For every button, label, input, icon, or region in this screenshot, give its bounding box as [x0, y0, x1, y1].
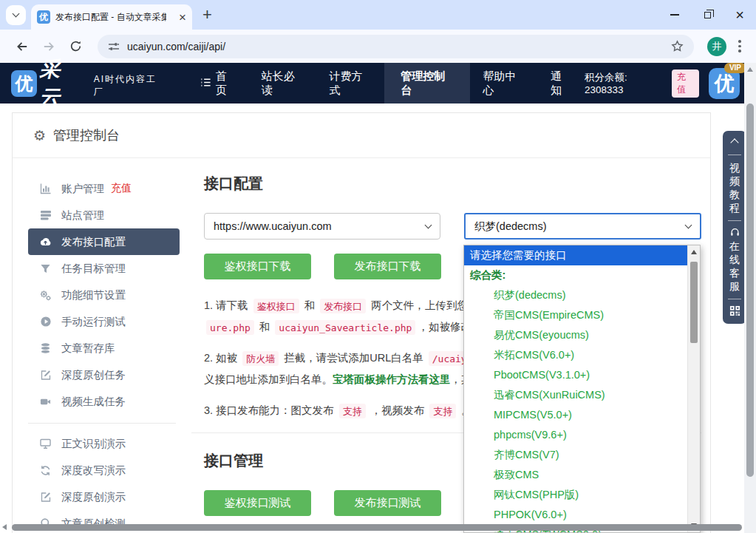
url-text[interactable]: ucaiyun.com/caiji/api/ [127, 41, 671, 52]
chevron-down-icon [685, 221, 692, 228]
cms-option[interactable]: 齐博CMS(V7) [464, 445, 687, 465]
cms-option[interactable]: 米拓CMS(V6.0+) [464, 345, 687, 365]
cms-dropdown-list: 请选择您需要的接口综合类:织梦(dedecms)帝国CMS(EmpireCMS)… [463, 245, 701, 533]
back-button[interactable] [13, 38, 31, 55]
nav-item-管理控制台[interactable]: 管理控制台 [384, 63, 470, 103]
sidebar-item-深度改写演示[interactable]: 深度改写演示 [28, 457, 180, 483]
cms-option[interactable]: 极致CMS [464, 465, 687, 485]
nav-item-计费方式[interactable]: 计费方式 [317, 63, 385, 103]
gears-icon [39, 289, 52, 302]
nav-item-帮助中心[interactable]: 帮助中心 [470, 63, 538, 103]
browser-profile-avatar[interactable]: 井 [707, 37, 726, 56]
sidebar-item-视频生成任务[interactable]: 视频生成任务 [28, 388, 180, 415]
browser-tab-strip: 优 发布接口配置 - 自动文章采集器 × + × [0, 0, 756, 30]
auth-interface-test-button[interactable]: 鉴权接口测试 [204, 490, 311, 516]
sidebar-item-任务目标管理[interactable]: 任务目标管理 [28, 255, 180, 282]
cloud-upload-icon [39, 236, 52, 248]
sidebar-item-label: 手动运行测试 [61, 315, 126, 329]
sidebar-item-文章暂存库[interactable]: 文章暂存库 [28, 335, 180, 361]
brand-text: 采云 [39, 55, 84, 112]
panel-divider [728, 299, 741, 299]
browser-toolbar: ucaiyun.com/caiji/api/ 井 [0, 30, 756, 63]
nav-item-label: 通知 [551, 69, 572, 98]
nav-item-label: 首页 [216, 69, 236, 98]
sidebar-item-手动运行测试[interactable]: 手动运行测试 [28, 308, 180, 335]
page-header: ⚙ 管理控制台 [13, 113, 710, 158]
scroll-up-arrow-icon[interactable] [747, 67, 753, 72]
sidebar: 账户管理充值站点管理发布接口配置任务目标管理功能细节设置手动运行测试文章暂存库深… [13, 158, 191, 533]
logo-icon[interactable]: 优 [11, 70, 37, 97]
points-balance: 积分余额: 2308333 [585, 71, 666, 95]
browser-tab[interactable]: 优 发布接口配置 - 自动文章采集器 × [31, 4, 192, 30]
sidebar-item-账户管理[interactable]: 账户管理充值 [28, 175, 180, 202]
sidebar-item-站点管理[interactable]: 站点管理 [28, 202, 180, 228]
nav-item-首页[interactable]: 首页 [188, 63, 249, 103]
chevron-down-icon [425, 221, 432, 228]
vertical-scroll-thumb[interactable] [746, 103, 754, 477]
collapse-chevron-up-icon[interactable] [730, 138, 738, 146]
code-chip: 发布接口 [320, 299, 366, 313]
recharge-button[interactable]: 充值 [672, 69, 699, 98]
tab-close-icon[interactable]: × [179, 11, 186, 24]
sidebar-item-label: 正文识别演示 [61, 437, 126, 451]
sidebar-item-深度原创演示[interactable]: 深度原创演示 [28, 483, 180, 510]
horizontal-scroll-thumb[interactable] [12, 524, 742, 531]
refresh-button[interactable] [67, 38, 84, 55]
code-chip: 支持 [339, 404, 366, 418]
cms-option[interactable]: 织梦(dedecms) [464, 285, 687, 305]
publish-interface-test-button[interactable]: 发布接口测试 [334, 490, 441, 516]
sidebar-item-功能细节设置[interactable]: 功能细节设置 [28, 282, 180, 308]
cms-option[interactable]: 网钛CMS(PHP版) [464, 485, 687, 505]
online-service-button[interactable]: 在线客服 [729, 240, 740, 293]
refresh-icon [69, 40, 82, 52]
dropdown-scrollbar[interactable] [687, 245, 700, 532]
site-select[interactable]: https://www.ucaiyun.com [204, 213, 440, 240]
sidebar-item-深度原创任务[interactable]: 深度原创任务 [28, 361, 180, 388]
scroll-up-arrow-icon[interactable] [691, 250, 697, 254]
recharge-link[interactable]: 充值 [111, 182, 132, 195]
window-close-button[interactable]: × [723, 0, 756, 30]
window-restore-button[interactable] [691, 0, 723, 30]
brand-tagline: AI时代内容工厂 [94, 73, 166, 98]
publish-interface-download-button[interactable]: 发布接口下载 [334, 254, 441, 279]
window-minimize-button[interactable] [658, 0, 691, 30]
restore-icon [704, 12, 711, 18]
cms-option[interactable]: MIPCMS(V5.0+) [464, 405, 687, 425]
edit-icon [39, 369, 52, 381]
nav-item-站长必读[interactable]: 站长必读 [249, 63, 317, 103]
instruction-text: 拦截，请尝试添加URL白名单 [281, 352, 426, 364]
cms-option[interactable]: 易优CMS(eyoucms) [464, 325, 687, 345]
instruction-text: 1. 请下载 [204, 299, 251, 311]
nav-item-label: 站长必读 [262, 69, 304, 98]
forward-button[interactable] [40, 38, 58, 55]
sidebar-item-发布接口配置[interactable]: 发布接口配置 [28, 228, 180, 255]
nav-item-label: 帮助中心 [483, 69, 525, 98]
scroll-left-arrow-icon[interactable] [2, 524, 7, 530]
sidebar-item-label: 账户管理 [61, 182, 104, 196]
sidebar-item-正文识别演示[interactable]: 正文识别演示 [28, 430, 180, 457]
edit-icon [39, 491, 52, 503]
tab-search-button[interactable] [6, 5, 26, 25]
cms-option[interactable]: 帝国CMS(EmpireCMS) [464, 305, 687, 325]
qr-code-icon[interactable] [729, 305, 740, 316]
sidebar-item-label: 功能细节设置 [61, 288, 126, 302]
auth-interface-download-button[interactable]: 鉴权接口下载 [204, 254, 311, 279]
cms-option[interactable]: PHPOK(V6.0+) [464, 505, 687, 525]
vertical-scrollbar[interactable] [744, 63, 756, 533]
new-tab-button[interactable]: + [202, 5, 212, 24]
cms-option[interactable]: phpcms(V9.6+) [464, 425, 687, 445]
cms-select[interactable]: 织梦(dedecms) [464, 213, 701, 240]
video-tutorial-button[interactable]: 视频教程 [729, 161, 740, 214]
instruction-text: 和 [302, 299, 319, 311]
bookmark-star-icon[interactable] [671, 40, 684, 52]
cms-option-selected[interactable]: 请选择您需要的接口 [464, 245, 687, 265]
url-bar[interactable]: ucaiyun.com/caiji/api/ [98, 35, 694, 58]
user-avatar[interactable]: 优 VIP [709, 68, 740, 99]
cms-option[interactable]: 迅睿CMS(XunRuiCMS) [464, 385, 687, 405]
browser-menu-button[interactable] [738, 40, 741, 52]
baota-guide-link[interactable]: 宝塔面板操作方法看这里 [333, 373, 451, 385]
dropdown-scroll-thumb[interactable] [690, 262, 698, 343]
cms-option[interactable]: PbootCMS(V3.1.0+) [464, 365, 687, 385]
nav-item-通知[interactable]: 通知 [538, 63, 585, 103]
instruction-text: 义接口地址添加到白名单。 [204, 373, 333, 385]
